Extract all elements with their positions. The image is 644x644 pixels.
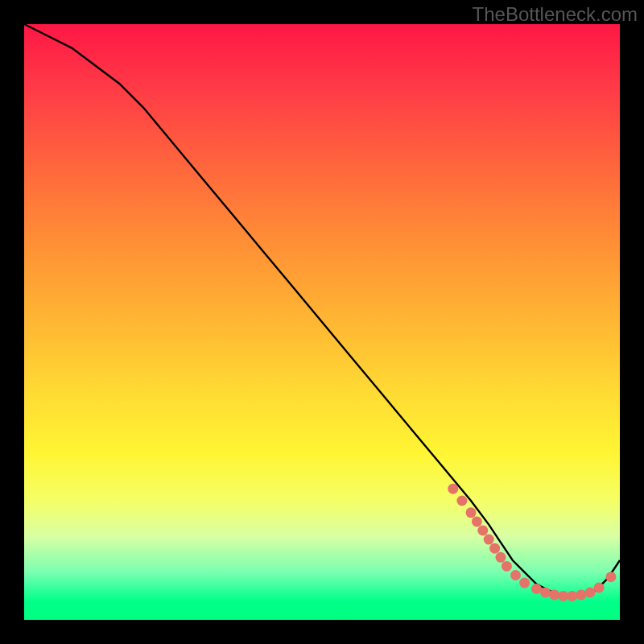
chart-marker: [502, 561, 512, 572]
chart-marker: [496, 552, 506, 563]
chart-marker: [605, 572, 616, 582]
chart-marker: [484, 535, 494, 545]
chart-marker: [540, 588, 551, 598]
chart-marker: [477, 526, 488, 536]
chart-markers: [448, 484, 616, 601]
chart-line: [24, 24, 620, 596]
chart-marker: [594, 583, 605, 593]
chart-marker: [519, 578, 530, 588]
chart-marker: [558, 591, 568, 601]
chart-marker: [489, 543, 500, 554]
chart-marker: [531, 584, 542, 594]
chart-svg: [24, 24, 620, 620]
chart-marker: [448, 484, 458, 494]
chart-marker: [472, 516, 482, 526]
chart-plot-area: [24, 24, 620, 620]
watermark-text: TheBottleneck.com: [473, 3, 638, 26]
chart-marker: [549, 589, 559, 600]
chart-marker: [576, 589, 586, 600]
chart-marker: [466, 507, 477, 518]
chart-marker: [456, 496, 467, 506]
chart-marker: [585, 588, 596, 598]
chart-marker: [510, 570, 521, 580]
chart-marker: [567, 591, 577, 601]
